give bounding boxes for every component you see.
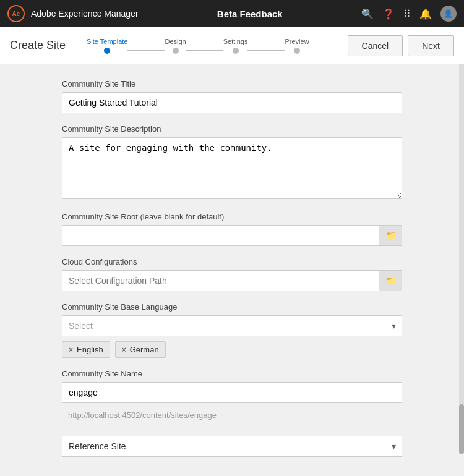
step-label-settings: Settings bbox=[223, 38, 248, 45]
step-connector-3 bbox=[247, 50, 285, 51]
reference-site-select-wrapper: Reference Site bbox=[62, 436, 402, 457]
wizard-bar: Create Site Site Template Design Setting… bbox=[0, 27, 464, 64]
step-dot-preview bbox=[294, 48, 300, 54]
reference-site-group: Reference Site bbox=[62, 436, 402, 457]
step-connector-1 bbox=[127, 50, 165, 51]
step-connector-2 bbox=[186, 50, 223, 51]
nav-left: Ae Adobe Experience Manager bbox=[7, 5, 139, 22]
step-label-preview: Preview bbox=[285, 38, 309, 45]
cloud-config-browse-button[interactable]: 📁 bbox=[379, 270, 402, 291]
step-dot-site-template bbox=[104, 48, 110, 54]
base-language-group: Community Site Base Language Select Engl… bbox=[62, 302, 402, 358]
step-dot-settings bbox=[233, 48, 239, 54]
language-tags: × English × German bbox=[62, 341, 402, 358]
wizard-left: Create Site Site Template Design Setting… bbox=[10, 38, 309, 54]
site-root-browse-button[interactable]: 📁 bbox=[379, 225, 402, 246]
step-settings: Settings bbox=[223, 38, 248, 54]
tag-english-label: English bbox=[77, 345, 103, 354]
beta-feedback-label: Beta Feedback bbox=[217, 9, 283, 19]
wizard-actions: Cancel Next bbox=[348, 35, 454, 56]
step-label-design: Design bbox=[165, 38, 186, 45]
reference-site-select[interactable]: Reference Site bbox=[62, 436, 402, 457]
next-button[interactable]: Next bbox=[408, 35, 454, 56]
site-description-group: Community Site Description A site for en… bbox=[62, 124, 402, 201]
help-icon[interactable]: ❓ bbox=[382, 8, 395, 20]
cancel-button[interactable]: Cancel bbox=[348, 35, 403, 56]
tag-english: × English bbox=[62, 341, 110, 358]
cloud-config-input-wrapper: 📁 bbox=[62, 270, 402, 291]
tag-english-remove[interactable]: × bbox=[69, 346, 73, 354]
app-logo: Ae bbox=[7, 5, 25, 22]
tag-german-remove[interactable]: × bbox=[122, 346, 126, 354]
grid-icon[interactable]: ⠿ bbox=[403, 8, 411, 20]
url-preview: http://localhost:4502/content/sites/enga… bbox=[62, 406, 402, 425]
site-root-label: Community Site Root (leave blank for def… bbox=[62, 212, 402, 221]
site-name-input[interactable] bbox=[62, 382, 402, 403]
step-dot-design bbox=[173, 48, 179, 54]
step-site-template: Site Template bbox=[87, 38, 127, 54]
site-description-input[interactable]: A site for engaging with the community. bbox=[62, 137, 402, 199]
avatar[interactable]: 👤 bbox=[440, 6, 457, 22]
page-title: Create Site bbox=[10, 39, 72, 52]
nav-right: 🔍 ❓ ⠿ 🔔 👤 bbox=[361, 6, 457, 22]
cloud-config-group: Cloud Configurations 📁 bbox=[62, 257, 402, 291]
site-title-group: Community Site Title bbox=[62, 79, 402, 113]
base-language-label: Community Site Base Language bbox=[62, 302, 402, 312]
step-preview: Preview bbox=[285, 38, 309, 54]
tag-german-label: German bbox=[130, 345, 159, 354]
top-nav: Ae Adobe Experience Manager Beta Feedbac… bbox=[0, 0, 464, 27]
cloud-config-label: Cloud Configurations bbox=[62, 257, 402, 266]
step-design: Design bbox=[165, 38, 186, 54]
bell-icon[interactable]: 🔔 bbox=[419, 8, 432, 20]
site-description-label: Community Site Description bbox=[62, 124, 402, 134]
tag-german: × German bbox=[115, 341, 166, 358]
site-root-input[interactable] bbox=[62, 225, 379, 246]
base-language-select-wrapper: Select English German bbox=[62, 315, 402, 336]
base-language-select[interactable]: Select English German bbox=[62, 315, 402, 336]
site-name-label: Community Site Name bbox=[62, 369, 402, 378]
scrollbar-thumb[interactable] bbox=[459, 404, 464, 454]
site-title-input[interactable] bbox=[62, 92, 402, 113]
step-label-site-template: Site Template bbox=[87, 38, 127, 45]
folder-icon-cloud: 📁 bbox=[385, 276, 396, 286]
app-title: Adobe Experience Manager bbox=[31, 9, 139, 19]
scrollbar[interactable] bbox=[459, 64, 464, 454]
cloud-config-input[interactable] bbox=[62, 270, 379, 291]
search-icon[interactable]: 🔍 bbox=[361, 8, 374, 20]
site-name-group: Community Site Name http://localhost:450… bbox=[62, 369, 402, 425]
main-content: Community Site Title Community Site Desc… bbox=[0, 64, 464, 476]
site-root-group: Community Site Root (leave blank for def… bbox=[62, 212, 402, 246]
wizard-steps: Site Template Design Settings Preview bbox=[87, 38, 309, 54]
folder-icon: 📁 bbox=[385, 231, 396, 240]
site-title-label: Community Site Title bbox=[62, 79, 402, 88]
site-root-input-wrapper: 📁 bbox=[62, 225, 402, 246]
